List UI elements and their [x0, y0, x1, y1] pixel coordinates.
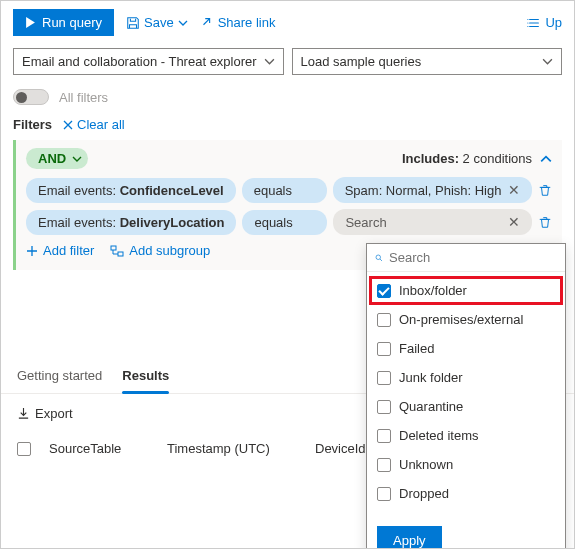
- run-query-label: Run query: [42, 15, 102, 30]
- filters-header: Filters Clear all: [1, 115, 574, 140]
- close-icon: [62, 119, 74, 131]
- popover-option[interactable]: Dropped: [367, 479, 565, 508]
- add-filter-label: Add filter: [43, 243, 94, 258]
- clear-all-label: Clear all: [77, 117, 125, 132]
- option-label: Junk folder: [399, 370, 463, 385]
- option-checkbox[interactable]: [377, 487, 391, 501]
- scope-dropdown-label: Email and collaboration - Threat explore…: [22, 54, 257, 69]
- run-query-button[interactable]: Run query: [13, 9, 114, 36]
- popover-option[interactable]: Failed: [367, 334, 565, 363]
- option-checkbox[interactable]: [377, 313, 391, 327]
- popover-option-list: Inbox/folderOn-premises/externalFailedJu…: [367, 272, 565, 516]
- option-label: Dropped: [399, 486, 449, 501]
- condition-value-pill[interactable]: Search ✕: [333, 209, 532, 235]
- group-operator-label: AND: [38, 151, 66, 166]
- popover-option[interactable]: Unknown: [367, 450, 565, 479]
- dropdown-row: Email and collaboration - Threat explore…: [1, 44, 574, 83]
- scope-dropdown[interactable]: Email and collaboration - Threat explore…: [13, 48, 284, 75]
- all-filters-row: All filters: [1, 83, 574, 115]
- popover-option[interactable]: Quarantine: [367, 392, 565, 421]
- column-header[interactable]: Timestamp (UTC): [167, 441, 297, 456]
- popover-option[interactable]: Junk folder: [367, 363, 565, 392]
- filters-label: Filters: [13, 117, 52, 132]
- add-subgroup-button[interactable]: Add subgroup: [110, 243, 210, 258]
- play-icon: [25, 17, 36, 28]
- tab-results[interactable]: Results: [122, 360, 169, 393]
- condition-operator-pill[interactable]: equals: [242, 178, 327, 203]
- option-checkbox[interactable]: [377, 429, 391, 443]
- subgroup-icon: [110, 245, 124, 257]
- clear-value-icon[interactable]: ✕: [508, 214, 520, 230]
- condition-field-pill[interactable]: Email events: ConfidenceLevel: [26, 178, 236, 203]
- share-label: Share link: [218, 15, 276, 30]
- apply-button[interactable]: Apply: [377, 526, 442, 549]
- option-label: On-premises/external: [399, 312, 523, 327]
- all-filters-label: All filters: [59, 90, 108, 105]
- popover-search: [367, 244, 565, 272]
- download-icon: [17, 407, 30, 420]
- popover-search-input[interactable]: [389, 250, 557, 265]
- delete-condition-icon[interactable]: [538, 183, 552, 197]
- option-label: Failed: [399, 341, 434, 356]
- save-icon: [126, 16, 140, 30]
- condition-row: Email events: DeliveryLocation equals Se…: [26, 209, 552, 235]
- export-label: Export: [35, 406, 73, 421]
- svg-rect-1: [118, 252, 123, 256]
- popover-option[interactable]: Inbox/folder: [371, 278, 561, 303]
- option-checkbox[interactable]: [377, 400, 391, 414]
- up-button[interactable]: Up: [527, 15, 562, 30]
- save-label: Save: [144, 15, 174, 30]
- sample-dropdown-label: Load sample queries: [301, 54, 422, 69]
- option-checkbox[interactable]: [377, 371, 391, 385]
- chevron-down-icon: [542, 56, 553, 67]
- chevron-down-icon: [264, 56, 275, 67]
- clear-all-button[interactable]: Clear all: [62, 117, 125, 132]
- save-button[interactable]: Save: [126, 15, 188, 30]
- sample-queries-dropdown[interactable]: Load sample queries: [292, 48, 563, 75]
- share-icon: [200, 16, 214, 30]
- option-label: Deleted items: [399, 428, 478, 443]
- chevron-down-icon: [178, 18, 188, 28]
- svg-rect-0: [111, 246, 116, 250]
- condition-operator-pill[interactable]: equals: [242, 210, 327, 235]
- condition-row: Email events: ConfidenceLevel equals Spa…: [26, 177, 552, 203]
- share-link-button[interactable]: Share link: [200, 15, 276, 30]
- svg-point-2: [376, 255, 381, 260]
- value-picker-popover: Inbox/folderOn-premises/externalFailedJu…: [366, 243, 566, 549]
- option-checkbox[interactable]: [377, 342, 391, 356]
- add-filter-button[interactable]: Add filter: [26, 243, 94, 258]
- column-header[interactable]: SourceTable: [49, 441, 149, 456]
- add-subgroup-label: Add subgroup: [129, 243, 210, 258]
- condition-value-pill[interactable]: Spam: Normal, Phish: High ✕: [333, 177, 532, 203]
- chevron-down-icon: [72, 154, 82, 164]
- delete-condition-icon[interactable]: [538, 215, 552, 229]
- condition-field-pill[interactable]: Email events: DeliveryLocation: [26, 210, 236, 235]
- select-all-checkbox[interactable]: [17, 442, 31, 456]
- all-filters-toggle[interactable]: [13, 89, 49, 105]
- chevron-up-icon[interactable]: [540, 153, 552, 165]
- list-icon: [527, 16, 541, 30]
- option-label: Quarantine: [399, 399, 463, 414]
- clear-value-icon[interactable]: ✕: [508, 182, 520, 198]
- option-label: Inbox/folder: [399, 283, 467, 298]
- toolbar: Run query Save Share link Up: [1, 1, 574, 44]
- option-checkbox[interactable]: [377, 458, 391, 472]
- tab-getting-started[interactable]: Getting started: [17, 360, 102, 393]
- popover-option[interactable]: Deleted items: [367, 421, 565, 450]
- search-icon: [375, 251, 383, 265]
- option-checkbox[interactable]: [377, 284, 391, 298]
- includes-text: Includes: 2 conditions: [402, 151, 532, 166]
- up-label: Up: [545, 15, 562, 30]
- option-label: Unknown: [399, 457, 453, 472]
- group-operator-dropdown[interactable]: AND: [26, 148, 88, 169]
- popover-option[interactable]: On-premises/external: [367, 305, 565, 334]
- plus-icon: [26, 245, 38, 257]
